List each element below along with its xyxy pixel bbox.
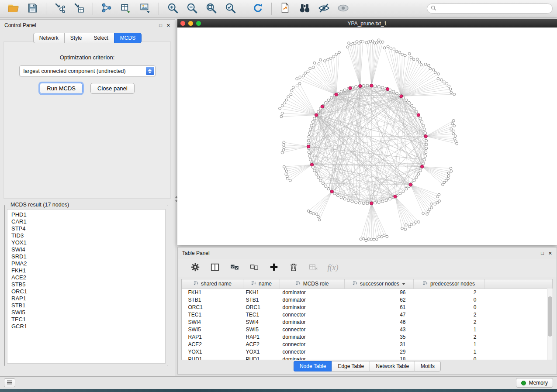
mcds-result-item[interactable]: ORC1 <box>11 288 161 295</box>
table-cell[interactable]: ORC1 <box>243 303 280 311</box>
share-document-button[interactable] <box>277 1 294 16</box>
table-cell[interactable]: 0 <box>414 303 484 311</box>
table-cell[interactable]: 96 <box>345 289 414 296</box>
table-row[interactable]: RAP1RAP1dominator352 <box>182 333 553 340</box>
table-cell[interactable]: dominator <box>280 296 345 303</box>
memory-button[interactable]: Memory <box>516 378 553 388</box>
table-cell[interactable]: RAP1 <box>243 333 280 340</box>
close-panel-button-mcds[interactable]: Close panel <box>90 83 135 94</box>
table-cell[interactable]: FKH1 <box>243 289 280 296</box>
table-cell[interactable]: TEC1 <box>182 311 243 318</box>
zoom-selected-button[interactable] <box>221 1 239 16</box>
mcds-result-item[interactable]: YOX1 <box>11 239 161 246</box>
refresh-layout-button[interactable] <box>249 1 266 16</box>
mcds-result-item[interactable]: CAR1 <box>11 218 161 225</box>
mcds-result-item[interactable]: STP4 <box>11 225 161 232</box>
mcds-result-item[interactable]: GCR1 <box>11 323 161 330</box>
network-window-titlebar[interactable]: YPA_prune.txt_1 <box>177 19 557 28</box>
table-cell[interactable]: SWI5 <box>243 326 280 333</box>
select-all-columns-button[interactable] <box>228 262 241 274</box>
table-cell[interactable]: YOX1 <box>243 348 280 355</box>
table-cell[interactable]: dominator <box>280 303 345 311</box>
table-cell[interactable]: 18 <box>345 355 414 360</box>
table-cell[interactable]: connector <box>280 311 345 318</box>
table-cell[interactable]: 2 <box>414 333 484 340</box>
import-network-button[interactable] <box>51 1 69 16</box>
table-cell[interactable]: ACE2 <box>243 340 280 348</box>
table-cell[interactable]: SWI5 <box>182 326 243 333</box>
tab-style[interactable]: Style <box>64 33 88 43</box>
delete-column-button[interactable] <box>287 262 300 274</box>
table-cell[interactable]: 1 <box>414 348 484 355</box>
tab-node-table[interactable]: Node Table <box>294 361 332 371</box>
tab-motifs[interactable]: Motifs <box>415 361 441 371</box>
function-builder-button[interactable]: f(x) <box>327 262 339 274</box>
export-table-button[interactable] <box>117 1 135 16</box>
window-minimize-button[interactable] <box>188 21 193 26</box>
table-cell[interactable]: 1 <box>414 326 484 333</box>
status-menu-button[interactable] <box>4 378 15 387</box>
table-cell[interactable]: SWI4 <box>243 318 280 326</box>
table-row[interactable]: PHD1PHD1dominator180 <box>182 355 553 360</box>
network-canvas[interactable] <box>177 28 557 245</box>
tab-network-table[interactable]: Network Table <box>370 361 415 371</box>
table-cell[interactable]: 61 <box>345 303 414 311</box>
open-file-button[interactable] <box>4 1 22 16</box>
window-zoom-button[interactable] <box>196 21 201 26</box>
table-cell[interactable]: dominator <box>280 355 345 360</box>
mcds-result-item[interactable]: FKH1 <box>11 267 161 274</box>
table-cell[interactable]: connector <box>280 326 345 333</box>
float-table-panel-button[interactable]: □ <box>541 251 544 256</box>
table-settings-button[interactable] <box>189 262 201 274</box>
column-header-successor-nodes[interactable]: successor nodes <box>345 279 414 289</box>
mcds-result-item[interactable]: STB5 <box>11 281 161 288</box>
column-header-name[interactable]: name <box>243 279 280 289</box>
search-network-button[interactable] <box>296 1 313 16</box>
close-panel-button[interactable]: ✕ <box>166 23 170 28</box>
table-cell[interactable]: ACE2 <box>182 340 243 348</box>
delete-table-button[interactable] <box>307 262 319 274</box>
table-cell[interactable]: 62 <box>345 296 414 303</box>
table-cell[interactable]: dominator <box>280 318 345 326</box>
mcds-result-item[interactable]: TEC1 <box>11 316 161 323</box>
mcds-result-item[interactable]: SRD1 <box>11 253 161 260</box>
table-cell[interactable]: 47 <box>345 311 414 318</box>
table-cell[interactable]: ORC1 <box>182 303 243 311</box>
table-cell[interactable]: PHD1 <box>243 355 280 360</box>
column-header-mcds-role[interactable]: MCDS role <box>280 279 345 289</box>
table-cell[interactable]: TEC1 <box>243 311 280 318</box>
zoom-out-button[interactable] <box>183 1 201 16</box>
tab-mcds[interactable]: MCDS <box>114 33 142 43</box>
window-close-button[interactable] <box>180 21 185 26</box>
column-header-predecessor-nodes[interactable]: predecessor nodes <box>414 279 484 289</box>
zoom-fit-button[interactable] <box>202 1 220 16</box>
table-scrollbar[interactable] <box>547 289 553 360</box>
mcds-result-item[interactable]: ACE2 <box>11 274 161 281</box>
table-cell[interactable]: 2 <box>414 289 484 296</box>
table-row[interactable]: FKH1FKH1dominator962 <box>182 289 553 296</box>
table-cell[interactable]: 2 <box>414 318 484 326</box>
table-cell[interactable]: PHD1 <box>182 355 243 360</box>
float-panel-button[interactable]: □ <box>159 23 162 28</box>
table-row[interactable]: YOX1YOX1connector291 <box>182 348 553 355</box>
table-cell[interactable]: dominator <box>280 333 345 340</box>
table-row[interactable]: SWI4SWI4dominator462 <box>182 318 553 326</box>
optimization-criterion-select[interactable]: largest connected component (undirected) <box>19 65 156 76</box>
table-cell[interactable]: 46 <box>345 318 414 326</box>
show-columns-button[interactable] <box>209 262 221 274</box>
vizmapper-toggle-button[interactable] <box>315 1 332 16</box>
mcds-result-item[interactable]: SWI5 <box>11 309 161 316</box>
create-column-button[interactable] <box>268 262 280 274</box>
table-cell[interactable]: STB1 <box>182 296 243 303</box>
table-cell[interactable]: RAP1 <box>182 333 243 340</box>
mcds-result-item[interactable]: SWI4 <box>11 246 161 253</box>
table-row[interactable]: TEC1TEC1connector472 <box>182 311 553 318</box>
table-row[interactable]: ORC1ORC1dominator610 <box>182 303 553 311</box>
table-cell[interactable]: SWI4 <box>182 318 243 326</box>
table-row[interactable]: SWI5SWI5connector431 <box>182 326 553 333</box>
mcds-result-item[interactable]: PHD1 <box>11 211 161 218</box>
column-header-shared-name[interactable]: shared name <box>182 279 243 289</box>
mcds-result-item[interactable]: STB1 <box>11 302 161 309</box>
mcds-result-item[interactable]: PMA2 <box>11 260 161 267</box>
zoom-in-button[interactable] <box>164 1 181 16</box>
